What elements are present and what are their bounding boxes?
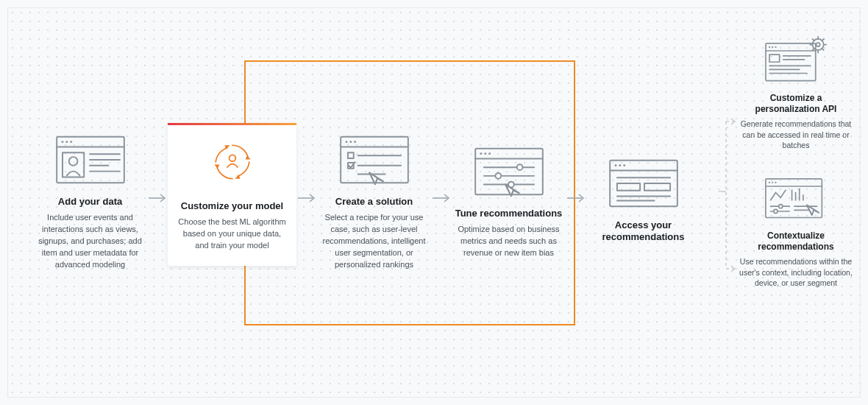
svg-point-3 [65, 141, 68, 143]
svg-point-31 [480, 152, 482, 155]
arrow-icon [429, 193, 454, 203]
svg-line-70 [822, 39, 824, 41]
step-title: Access your recommendations [586, 219, 700, 244]
browser-profile-icon [50, 131, 131, 189]
svg-rect-23 [347, 152, 353, 158]
svg-point-33 [488, 152, 491, 155]
outputs-column: Customize a personalization API Generate… [737, 35, 855, 311]
output-desc: Use recommendations within the user's co… [737, 256, 855, 289]
svg-point-63 [816, 43, 819, 46]
output-contextualize: Contextualize recommendations Use recomm… [737, 173, 855, 289]
svg-point-35 [516, 164, 522, 170]
svg-point-82 [778, 205, 782, 208]
cycle-person-icon [192, 131, 273, 193]
svg-point-43 [614, 164, 616, 166]
output-api: Customize a personalization API Generate… [737, 35, 855, 151]
svg-line-68 [812, 39, 814, 41]
step-desc: Include user events and interactions suc… [33, 212, 147, 271]
svg-line-71 [812, 49, 814, 51]
dashboard-cursor-icon [761, 173, 831, 225]
step-title: Tune recommendations [455, 208, 563, 219]
svg-point-12 [229, 155, 235, 161]
arrow-icon [294, 193, 319, 203]
svg-point-32 [484, 152, 486, 155]
svg-line-69 [822, 49, 824, 51]
svg-point-53 [768, 46, 769, 48]
step-desc: Choose the best ML algorithm based on yo… [177, 216, 287, 252]
svg-rect-47 [616, 183, 639, 191]
svg-rect-48 [644, 183, 669, 191]
results-panel-icon [603, 155, 684, 212]
svg-point-21 [349, 141, 352, 143]
svg-point-44 [619, 164, 621, 166]
step-create-solution: Create a solution Select a recipe for yo… [317, 125, 431, 271]
step-add-data: Add your data Include user events and in… [33, 125, 147, 271]
svg-point-76 [775, 182, 776, 183]
step-title: Customize your model [181, 200, 283, 212]
svg-point-6 [68, 157, 77, 166]
arrow-icon [145, 193, 170, 203]
svg-point-4 [70, 141, 72, 143]
output-desc: Generate recommendations that can be acc… [737, 119, 855, 151]
checklist-cursor-icon [334, 131, 415, 189]
arrow-icon [563, 193, 588, 203]
step-customize-model: Customize your model Choose the best ML … [168, 123, 296, 266]
api-gear-icon [761, 35, 831, 87]
step-access-recommendations: Access your recommendations [586, 149, 700, 248]
svg-point-22 [354, 141, 356, 143]
svg-point-20 [345, 141, 347, 143]
svg-point-55 [775, 46, 776, 48]
output-title: Customize a personalization API [737, 93, 855, 115]
svg-point-2 [61, 141, 63, 143]
workflow-row: Add your data Include user events and in… [33, 125, 700, 271]
step-desc: Select a recipe for your use case, such … [317, 212, 431, 271]
output-title: Contextualize recommendations [737, 230, 855, 253]
svg-point-54 [772, 46, 773, 48]
svg-point-75 [772, 182, 773, 183]
step-title: Add your data [58, 196, 122, 208]
svg-point-74 [768, 182, 769, 183]
svg-point-37 [495, 173, 501, 179]
branch-connector [717, 88, 739, 295]
step-desc: Optimize based on business metrics and n… [452, 224, 566, 259]
svg-point-84 [773, 210, 777, 214]
svg-point-45 [623, 164, 625, 166]
step-tune-recommendations: Tune recommendations Optimize based on b… [452, 137, 566, 259]
sliders-cursor-icon [469, 143, 549, 200]
step-title: Create a solution [335, 196, 413, 208]
svg-rect-56 [769, 54, 780, 62]
